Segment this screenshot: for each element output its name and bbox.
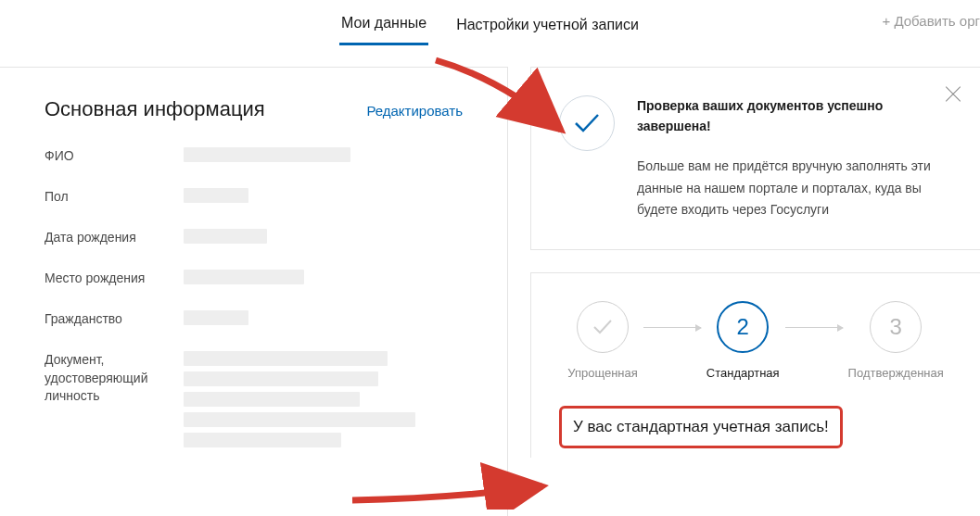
step-label: Упрощенная [567,366,638,380]
field-label: Место рождения [45,270,184,288]
checkmark-icon [559,95,615,151]
step-number: 2 [717,301,769,353]
edit-link[interactable]: Редактировать [366,103,463,119]
field-label: Пол [45,188,184,207]
field-label: Гражданство [45,310,184,329]
field-birth-place: Место рождения [45,270,463,290]
checkmark-icon [577,301,629,353]
status-highlight: У вас стандартная учетная запись! [559,406,843,448]
account-status-text: У вас стандартная учетная запись! [571,414,831,440]
step-label: Подтвержденная [848,366,944,380]
arrow-icon [785,327,843,328]
step-label: Стандартная [706,366,780,380]
field-birth-date: Дата рождения [45,229,463,249]
notice-title: Проверка ваших документов успешно заверш… [637,95,952,137]
tab-account-settings[interactable]: Настройки учетной записи [454,9,641,44]
account-level-steps: Упрощенная 2 Стандартная 3 Подтвержденна… [559,301,952,380]
field-citizenship: Гражданство [45,310,463,331]
field-id-document: Документ, удостоверяющий личность [45,351,463,453]
field-gender: Пол [45,188,463,208]
basic-info-card: Основная информация Редактировать ФИО По… [0,67,508,516]
step-simplified: Упрощенная [567,301,638,380]
tabs-bar: Мои данные Настройки учетной записи + До… [0,0,980,44]
step-standard: 2 Стандартная [706,301,780,380]
arrow-icon [643,327,701,328]
account-status-card: Упрощенная 2 Стандартная 3 Подтвержденна… [530,272,980,458]
close-icon[interactable] [943,84,963,105]
step-confirmed: 3 Подтвержденная [848,301,944,380]
notice-description: Больше вам не придётся вручную заполнять… [637,156,952,221]
basic-info-title: Основная информация [45,97,265,121]
field-fio: ФИО [45,147,463,168]
field-label: Дата рождения [45,229,184,247]
step-number: 3 [870,301,922,353]
add-organization-link[interactable]: + Добавить орг [882,13,980,29]
tab-my-data[interactable]: Мои данные [339,7,428,45]
field-label: ФИО [45,147,184,166]
verification-notice-card: Проверка ваших документов успешно заверш… [530,67,980,250]
field-label: Документ, удостоверяющий личность [45,351,184,406]
